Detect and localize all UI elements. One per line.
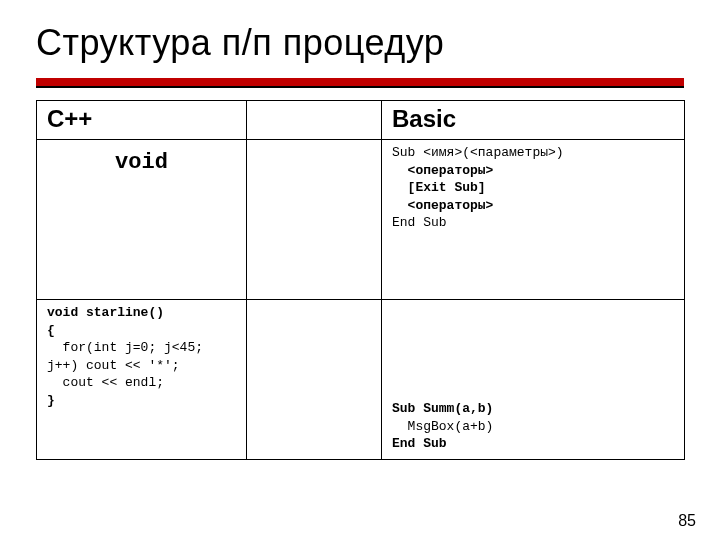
slide: Структура п/п процедур С++ Basic void [0, 0, 720, 540]
table-row-head: С++ Basic [37, 101, 685, 140]
slide-title: Структура п/п процедур [36, 22, 444, 64]
body-cpp-cell: void [37, 140, 247, 300]
table-row-example: void starline() { for(int j=0; j<45; j++… [37, 300, 685, 460]
table-row-body: void Sub <имя>(<параметры>) <операторы> … [37, 140, 685, 300]
comparison-table: С++ Basic void Sub <имя>(<параметры>) <о… [36, 100, 685, 460]
head-basic-cell: Basic [382, 101, 685, 140]
head-cpp-label: С++ [47, 105, 92, 132]
basic-example-code: Sub Summ(a,b) MsgBox(a+b) End Sub [392, 400, 674, 453]
head-basic-label: Basic [392, 105, 456, 132]
body-basic-cell: Sub <имя>(<параметры>) <операторы> [Exit… [382, 140, 685, 300]
example-cpp-cell: void starline() { for(int j=0; j<45; j++… [37, 300, 247, 460]
body-mid-cell [247, 140, 382, 300]
basic-template-code: Sub <имя>(<параметры>) <операторы> [Exit… [392, 144, 674, 232]
example-mid-cell [247, 300, 382, 460]
head-mid-cell [247, 101, 382, 140]
title-rule-thin [36, 86, 684, 88]
cpp-void-keyword: void [47, 144, 236, 175]
cpp-example-code: void starline() { for(int j=0; j<45; j++… [47, 304, 236, 409]
head-cpp-cell: С++ [37, 101, 247, 140]
title-rule-red [36, 78, 684, 86]
page-number: 85 [678, 512, 696, 530]
example-basic-cell: Sub Summ(a,b) MsgBox(a+b) End Sub [382, 300, 685, 460]
